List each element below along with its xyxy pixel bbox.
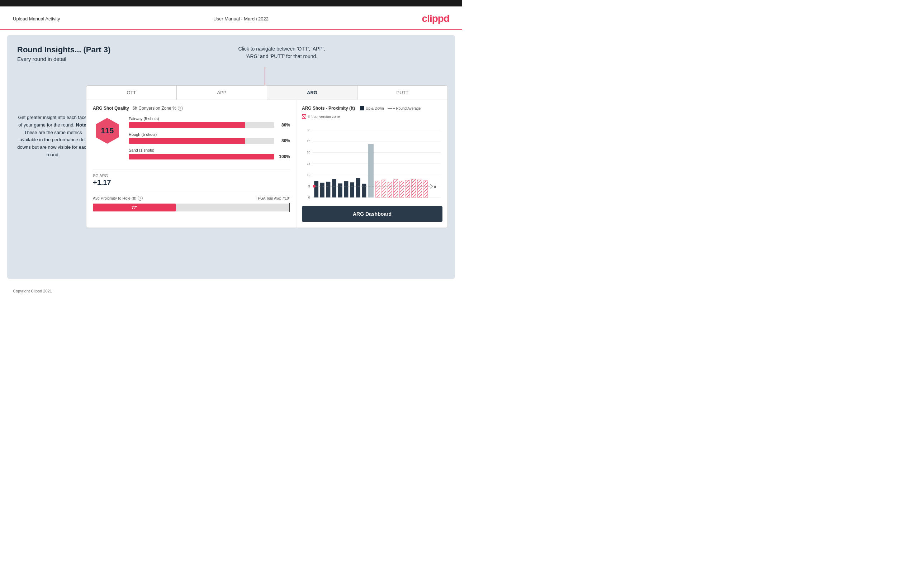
footer: Copyright Clippd 2021 <box>0 284 462 298</box>
sand-bar-fill <box>129 154 274 160</box>
upload-label: Upload Manual Activity <box>13 16 60 21</box>
left-description: Get greater insight into each facet of y… <box>17 114 89 159</box>
svg-rect-19 <box>320 183 325 197</box>
svg-rect-40 <box>412 179 416 197</box>
svg-rect-23 <box>344 181 349 197</box>
proximity-bar-fill: 77' <box>93 203 176 211</box>
svg-rect-25 <box>356 178 360 197</box>
copyright-text: Copyright Clippd 2021 <box>13 289 52 293</box>
chart-svg: 0 5 10 15 20 25 30 <box>302 122 443 201</box>
svg-rect-37 <box>394 180 398 197</box>
nav-instruction: Click to navigate between 'OTT', 'APP','… <box>238 45 325 60</box>
help-icon[interactable]: ? <box>178 106 183 111</box>
shot-row-rough: Rough (5 shots) 80% <box>129 132 290 144</box>
svg-rect-39 <box>405 180 410 197</box>
svg-text:25: 25 <box>307 139 310 143</box>
rough-label: Rough (5 shots) <box>129 132 290 137</box>
sand-bar-track <box>129 154 274 160</box>
rough-bar-fill <box>129 138 245 144</box>
left-panel: ARG Shot Quality 6ft Conversion Zone % ?… <box>86 100 297 227</box>
hex-container: 115 Fairway (5 shots) 80% <box>93 116 290 164</box>
proximity-label: Avg Proximity to Hole (ft) ? <box>93 196 143 201</box>
rough-bar-track <box>129 138 274 144</box>
svg-rect-42 <box>423 181 428 197</box>
top-bar <box>0 0 462 6</box>
svg-rect-27 <box>368 144 374 197</box>
tab-arg[interactable]: ARG <box>267 85 357 100</box>
shot-row-sand: Sand (1 shots) 100% <box>129 148 290 160</box>
legend-up-down: Up & Down <box>360 106 384 110</box>
proximity-help-icon[interactable]: ? <box>138 196 143 201</box>
proximity-value: 77' <box>132 205 137 210</box>
main-content: Round Insights... (Part 3) Every round i… <box>7 35 455 279</box>
hex-number: 115 <box>101 126 114 135</box>
arg-dashboard-button[interactable]: ARG Dashboard <box>302 206 443 222</box>
svg-rect-26 <box>362 184 367 197</box>
right-panel: ARG Shots - Proximity (ft) Up & Down Rou… <box>297 100 447 227</box>
proximity-marker <box>289 203 290 212</box>
proximity-header: Avg Proximity to Hole (ft) ? ↑ PGA Tour … <box>93 196 290 201</box>
svg-line-31 <box>430 186 433 189</box>
legend-hatched-icon <box>302 114 306 119</box>
proximity-bar-track: 77' <box>93 203 290 211</box>
chart-area: 0 5 10 15 20 25 30 <box>302 122 443 203</box>
svg-rect-36 <box>388 182 392 197</box>
header-center: User Manual - March 2022 <box>213 16 268 21</box>
card-body: ARG Shot Quality 6ft Conversion Zone % ?… <box>86 100 447 227</box>
legend-round-avg: Round Average <box>388 106 421 110</box>
svg-text:0: 0 <box>309 196 310 199</box>
panel-title: ARG Shot Quality <box>93 106 129 111</box>
svg-rect-24 <box>350 182 354 197</box>
svg-line-30 <box>430 184 433 186</box>
pga-label: ↑ PGA Tour Avg: 7'10" <box>255 197 290 200</box>
sand-pct: 100% <box>277 154 290 159</box>
sg-section: SG ARG +1.17 <box>93 169 290 187</box>
chart-title: ARG Shots - Proximity (ft) <box>302 106 355 111</box>
tab-putt[interactable]: PUTT <box>357 85 447 100</box>
svg-rect-22 <box>338 184 342 197</box>
legend-square-icon <box>360 106 364 110</box>
section-title: Round Insights... (Part 3) <box>17 45 445 55</box>
dashboard-card: OTT APP ARG PUTT ARG Shot Quality 6ft Co… <box>86 85 448 228</box>
rough-pct: 80% <box>277 139 290 143</box>
svg-rect-20 <box>326 182 331 197</box>
fairway-bar-track <box>129 122 274 128</box>
svg-rect-21 <box>332 179 336 197</box>
svg-text:15: 15 <box>307 162 310 166</box>
panel-header: ARG Shot Quality 6ft Conversion Zone % ? <box>93 106 290 111</box>
fairway-pct: 80% <box>277 122 290 127</box>
svg-text:5: 5 <box>309 185 310 188</box>
svg-text:20: 20 <box>307 150 310 154</box>
tab-ott[interactable]: OTT <box>86 85 177 100</box>
proximity-section: Avg Proximity to Hole (ft) ? ↑ PGA Tour … <box>93 192 290 211</box>
panel-subtitle: 6ft Conversion Zone % ? <box>132 106 183 111</box>
shot-row-fairway: Fairway (5 shots) 80% <box>129 116 290 128</box>
fairway-label: Fairway (5 shots) <box>129 116 290 121</box>
section-subtitle: Every round in detail <box>17 56 445 62</box>
tabs: OTT APP ARG PUTT <box>86 85 447 100</box>
header-doc-label: User Manual - March 2022 <box>213 16 268 21</box>
svg-rect-34 <box>376 181 380 197</box>
chart-header: ARG Shots - Proximity (ft) Up & Down Rou… <box>302 106 443 119</box>
legend-conv-zone: 6 ft conversion zone <box>302 114 340 119</box>
header: Upload Manual Activity User Manual - Mar… <box>0 6 462 30</box>
clippd-logo: clippd <box>422 13 449 24</box>
header-left: Upload Manual Activity <box>13 16 60 21</box>
svg-rect-41 <box>417 180 422 197</box>
hex-score: 115 <box>93 116 121 145</box>
svg-point-28 <box>313 185 315 188</box>
svg-text:10: 10 <box>307 173 310 177</box>
tab-app[interactable]: APP <box>177 85 267 100</box>
svg-text:30: 30 <box>307 128 310 132</box>
sg-label: SG ARG <box>93 174 290 178</box>
sand-label: Sand (1 shots) <box>129 148 290 152</box>
svg-rect-35 <box>381 180 386 197</box>
shot-rows: Fairway (5 shots) 80% Rough (5 shots) <box>129 116 290 164</box>
svg-text:8: 8 <box>434 185 436 189</box>
legend-dashed-icon <box>388 108 395 109</box>
sg-value: +1.17 <box>93 179 290 187</box>
svg-rect-18 <box>314 181 318 197</box>
svg-rect-38 <box>399 181 404 197</box>
fairway-bar-fill <box>129 122 245 128</box>
